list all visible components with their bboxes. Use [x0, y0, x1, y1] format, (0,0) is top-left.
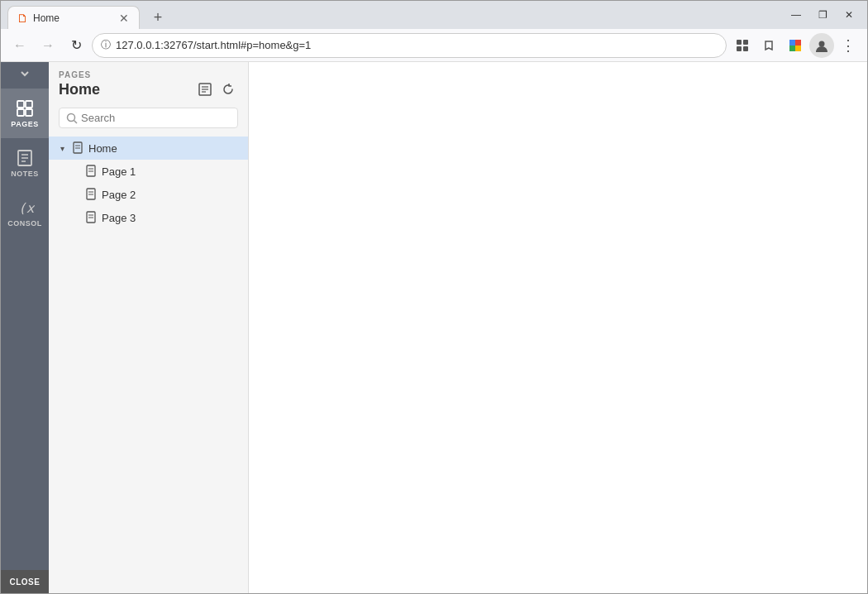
notes-icon — [15, 148, 35, 168]
panel-title-actions — [195, 79, 238, 99]
tree-item-home[interactable]: ▾ Home — [49, 137, 248, 160]
tree-item-page2[interactable]: ▾ Page 2 — [49, 183, 248, 206]
extensions-button[interactable] — [730, 33, 755, 58]
browser-window: 🗋 Home ✕ + — ❐ ✕ ← → ↻ ⓘ — [0, 0, 868, 594]
search-input[interactable] — [81, 112, 231, 124]
svg-rect-7 — [795, 46, 801, 51]
panel-section-label: PAGES — [59, 70, 238, 79]
chevron-down-icon: ▾ — [55, 144, 69, 153]
tree-item-page1-label: Page 1 — [102, 165, 136, 178]
search-icon — [66, 113, 78, 124]
sidebar-item-console[interactable]: (x) CONSOL — [1, 188, 49, 237]
tree-item-page3-label: Page 3 — [102, 212, 136, 224]
sidebar-item-notes-label: NOTES — [11, 170, 39, 178]
tab-area: 🗋 Home ✕ + — [7, 1, 778, 29]
sidebar-item-notes[interactable]: NOTES — [1, 138, 49, 188]
window-close-button[interactable]: ✕ — [837, 6, 861, 24]
sidebar-item-console-label: CONSOL — [7, 219, 42, 228]
panel-add-button[interactable] — [195, 79, 215, 99]
page-icon-page3 — [85, 211, 98, 224]
svg-rect-9 — [17, 101, 24, 108]
console-icon: (x) — [15, 198, 35, 218]
svg-point-8 — [819, 41, 825, 46]
tab-favicon-icon: 🗋 — [17, 12, 28, 25]
menu-button[interactable]: ⋮ — [836, 33, 861, 58]
address-bar: ⓘ — [92, 33, 727, 58]
tree-item-page3[interactable]: ▾ Page 3 — [49, 206, 248, 229]
pages-panel: PAGES Home — [49, 62, 249, 593]
toolbar-actions: ⋮ — [730, 33, 861, 58]
svg-rect-5 — [795, 40, 801, 46]
svg-rect-12 — [26, 109, 32, 116]
page-icon-page1 — [85, 165, 98, 178]
tree-item-page2-label: Page 2 — [102, 189, 136, 201]
panel-refresh-button[interactable] — [218, 79, 238, 99]
bookmark-button[interactable] — [756, 33, 781, 58]
pages-icon — [15, 98, 35, 118]
tab-close-button[interactable]: ✕ — [117, 12, 131, 25]
panel-title-row: Home — [59, 79, 238, 99]
page-icon-home — [72, 141, 85, 155]
profile-icon — [814, 38, 829, 53]
svg-line-23 — [74, 120, 78, 123]
profile-button[interactable] — [809, 33, 834, 58]
reload-button[interactable]: ↻ — [64, 33, 88, 58]
svg-point-22 — [68, 113, 75, 121]
svg-rect-1 — [743, 40, 748, 45]
google-colors-button[interactable] — [783, 33, 808, 58]
panel-title: Home — [59, 81, 100, 98]
toolbar: ← → ↻ ⓘ — [1, 29, 867, 62]
svg-rect-10 — [26, 101, 32, 108]
forward-button[interactable]: → — [36, 33, 60, 58]
sidebar-item-pages-label: PAGES — [11, 120, 38, 128]
close-bar-label: CLOSE — [10, 577, 41, 587]
panel-header: PAGES Home — [49, 62, 248, 103]
svg-rect-11 — [17, 109, 24, 116]
google-colors-icon — [788, 38, 803, 53]
sidebar-icons: PAGES NOTES (x) — [1, 62, 49, 593]
svg-text:(x): (x) — [18, 200, 35, 216]
svg-rect-2 — [737, 46, 742, 51]
browser-tab[interactable]: 🗋 Home ✕ — [7, 6, 140, 29]
bookmark-icon — [761, 38, 776, 53]
search-box — [59, 108, 238, 128]
window-controls: — ❐ ✕ — [785, 6, 861, 24]
svg-rect-3 — [743, 46, 748, 51]
page-content-area — [249, 62, 867, 593]
close-bar-button[interactable]: CLOSE — [1, 570, 49, 593]
collapse-button[interactable] — [1, 62, 49, 85]
address-input[interactable] — [116, 39, 718, 51]
tree-item-page1[interactable]: ▾ Page 1 — [49, 160, 248, 183]
add-page-icon — [198, 83, 212, 96]
back-button[interactable]: ← — [7, 33, 32, 58]
sidebar-item-pages[interactable]: PAGES — [1, 89, 49, 138]
refresh-panel-icon — [222, 83, 235, 96]
new-tab-button[interactable]: + — [146, 6, 169, 29]
main-content: PAGES NOTES (x) — [1, 62, 867, 593]
maximize-button[interactable]: ❐ — [811, 6, 834, 24]
title-bar: 🗋 Home ✕ + — ❐ ✕ — [1, 1, 867, 29]
tab-label: Home — [33, 12, 112, 24]
lock-icon: ⓘ — [101, 38, 111, 52]
collapse-icon — [18, 67, 31, 80]
svg-rect-6 — [789, 46, 795, 51]
svg-rect-4 — [789, 40, 795, 46]
extensions-icon — [735, 38, 750, 53]
tree-item-home-label: Home — [88, 142, 117, 155]
minimize-button[interactable]: — — [785, 6, 808, 24]
page-icon-page2 — [85, 188, 98, 201]
tree-area: ▾ Home ▾ Page 1 — [49, 133, 248, 593]
svg-rect-0 — [737, 40, 742, 45]
